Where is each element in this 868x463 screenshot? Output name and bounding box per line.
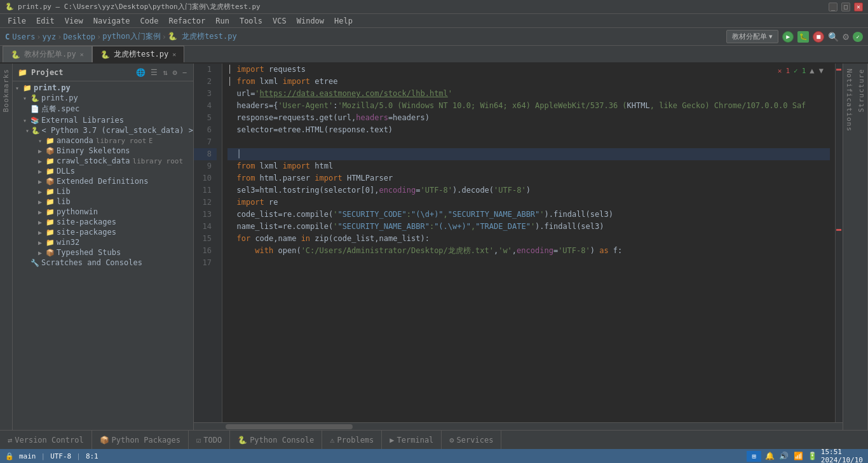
bottom-tab-problems[interactable]: ⚠ Problems [322,431,382,449]
tree-printpy[interactable]: ▾ 🐍 print.py [13,93,193,103]
menu-run[interactable]: Run [210,15,234,27]
tree-arrow-dlls: ▶ [38,168,46,175]
taskbar-system: ⊞ 🔔 🔊 📶 🔋 15:51 2024/10/10 [747,448,863,463]
bottom-tabs-bar: ⇄ Version Control 📦 Python Packages ☑ TO… [0,430,868,449]
scrollbar-thumb[interactable] [226,424,353,429]
settings-button[interactable]: ⚙ [843,31,849,43]
bottom-tab-services[interactable]: ⚙ Services [442,431,501,449]
sidebar-close-icon[interactable]: − [181,67,188,78]
tree-site-packages-2[interactable]: ▶ 📁 site-packages [13,227,193,237]
tree-pythonwin[interactable]: ▶ 📁 pythonwin [13,207,193,217]
bottom-tab-terminal-label: Terminal [397,436,434,445]
structure-panel[interactable]: Structure [855,64,868,430]
tab-longhu[interactable]: 🐍 龙虎榜test.py ✕ [92,46,185,62]
bottom-tab-console[interactable]: 🐍 Python Console [230,431,322,449]
tree-label-printpy: print.py [41,93,78,102]
bookmarks-label: Bookmarks [1,64,11,118]
menu-edit[interactable]: Edit [31,15,60,27]
tree-scratches[interactable]: 🔧 Scratches and Consoles [13,258,193,268]
services-icon: ⚙ [449,436,454,445]
bottom-tab-problems-label: Problems [337,436,374,445]
tree-dlls[interactable]: ▶ 📁 DLLs [13,166,193,176]
close-button[interactable]: ✕ [854,3,863,11]
menu-tools[interactable]: Tools [234,15,268,27]
tree-extlib[interactable]: ▾ 📚 External Libraries [13,115,193,125]
code-editor[interactable]: ✕ 1 ✓ 1 ▲ ▼ │ import requests │ from lxm… [222,64,835,422]
bottom-tab-todo[interactable]: ☑ TODO [189,431,230,449]
menu-code[interactable]: Code [135,15,164,27]
editor-content: 1 2 3 4 5 6 7 8 9 10 11 12 13 14 15 16 1… [194,64,843,422]
tree-python37[interactable]: ▾ 🐍 < Python 3.7 (crawl_stock_data) > [13,125,193,135]
run-button[interactable]: ▶ [782,31,794,43]
tree-lib-cap[interactable]: ▶ 📁 Lib [13,186,193,197]
tree-label-typeshed: Typeshed Stubs [57,248,121,257]
tree-anaconda[interactable]: ▾ 📁 anaconda library root E [13,135,193,146]
tree-label-site2: site-packages [57,228,116,237]
maximize-button[interactable]: □ [841,3,850,11]
minimize-button[interactable]: _ [829,3,837,11]
tree-arrow-binary: ▶ [38,148,46,155]
code-line-1: │ import requests [227,64,830,76]
code-line-4: headers={'User-Agent':'Mozilla/5.0 (Wind… [227,100,830,112]
tree-label-extlib: External Libraries [41,116,124,125]
search-button[interactable]: 🔍 [828,32,839,42]
tree-suffix-e: E [149,137,153,144]
line-num-13: 13 [194,209,217,221]
menu-vcs[interactable]: VCS [268,15,292,27]
right-gutter [835,64,843,422]
tree-crawl[interactable]: ▶ 📁 crawl_stock_data library root [13,156,193,166]
tree-arrow-root: ▾ [15,85,23,92]
main-layout: Bookmarks 📁 Project 🌐 ☰ ⇅ ⚙ − ▾ 📁 print.… [0,64,868,430]
sidebar-settings-icon[interactable]: ⚙ [172,67,179,78]
tree-label-spec: 点餐.spec [41,104,79,114]
sidebar-add-icon[interactable]: 🌐 [135,67,147,78]
tree-lib[interactable]: ▶ 📁 lib [13,197,193,207]
menu-file[interactable]: File [3,15,31,27]
status-encoding[interactable]: UTF-8 [50,452,71,460]
tab-jiaofu[interactable]: 🐍 教材分配单.py ✕ [3,46,92,62]
menu-window[interactable]: Window [292,15,329,27]
bookmarks-panel[interactable]: Bookmarks [0,64,13,430]
line-num-8: 8 [194,148,217,160]
tree-root[interactable]: ▾ 📁 print.py [13,83,193,93]
binary-icon: 📦 [46,147,55,155]
tab-close-longhu[interactable]: ✕ [172,51,176,58]
breadcrumb-folder[interactable]: python入门案例 [102,31,160,42]
notifications-panel[interactable]: Notifications [843,64,855,430]
tree-binary-skeletons[interactable]: ▶ 📦 Binary Skeletons [13,146,193,156]
sidebar-sort-icon[interactable]: ⇅ [161,67,168,78]
code-line-5: response=requests.get(url,headers=header… [227,112,830,124]
bottom-tab-packages[interactable]: 📦 Python Packages [92,431,189,449]
tree-typeshed[interactable]: ▶ 📦 Typeshed Stubs [13,247,193,258]
stop-button[interactable]: ■ [813,31,824,43]
tree-win32[interactable]: ▶ 📁 win32 [13,237,193,247]
menu-refactor[interactable]: Refactor [163,15,210,27]
menu-help[interactable]: Help [329,15,358,27]
profile-dropdown[interactable]: 教材分配单 ▾ [726,30,778,43]
tree-spec[interactable]: 📄 点餐.spec [13,103,193,115]
breadcrumb-desktop[interactable]: Desktop [64,32,96,41]
tree-site-packages-1[interactable]: ▶ 📁 site-packages [13,217,193,227]
typeshed-icon: 📦 [46,249,55,257]
code-line-12: import re [227,197,830,209]
debug-button[interactable]: 🐛 [797,31,809,43]
breadcrumb-file[interactable]: 🐍 龙虎榜test.py [168,31,237,42]
breadcrumb-yyz[interactable]: yyz [43,32,57,41]
tab-close-jiaofu[interactable]: ✕ [80,51,84,58]
menu-navigate[interactable]: Navigate [88,15,135,27]
bottom-tab-vcs[interactable]: ⇄ Version Control [0,431,92,449]
code-line-14: name_list=re.compile('"SECURITY_NAME_ABB… [227,221,830,233]
warning-num: 1 [802,65,806,77]
bottom-tab-terminal[interactable]: ▶ Terminal [382,431,442,449]
horizontal-scrollbar[interactable] [194,422,843,430]
win32-icon: 📁 [46,238,55,247]
tree-arrow-python37: ▾ [25,127,31,134]
tab-label-jiaofu: 教材分配单.py [24,49,76,60]
menu-view[interactable]: View [60,15,88,27]
breadcrumb-users[interactable]: Users [12,32,35,41]
tree-extdefs[interactable]: ▶ 📦 Extended Definitions [13,176,193,186]
line-num-17: 17 [194,257,217,269]
pythonwin-icon: 📁 [46,208,55,216]
sidebar-list-icon[interactable]: ☰ [149,67,159,78]
start-button[interactable]: ⊞ [747,451,761,462]
